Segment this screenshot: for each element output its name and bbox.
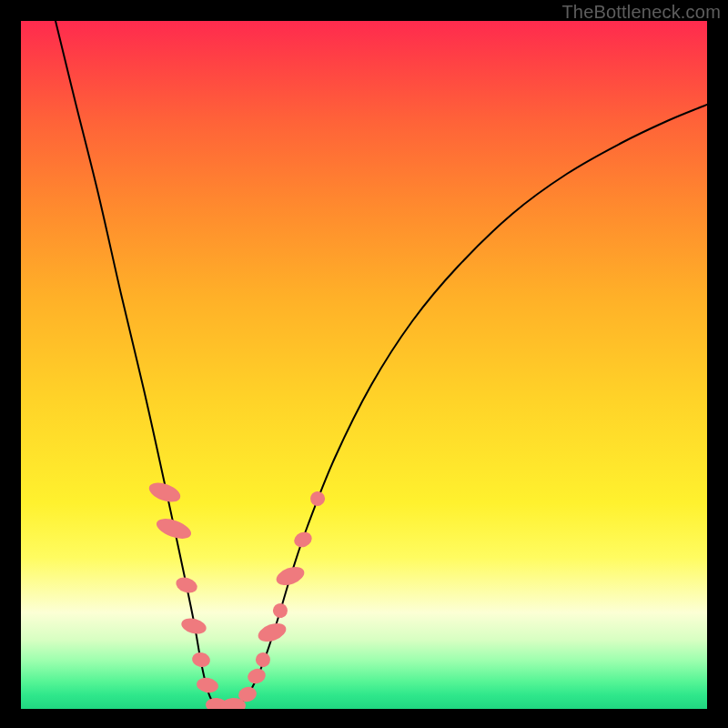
marker-point — [274, 563, 307, 589]
marker-point — [179, 616, 207, 637]
markers-right — [219, 489, 327, 709]
marker-point — [154, 515, 194, 543]
curve-right-arm — [223, 105, 707, 707]
marker-point — [196, 676, 219, 694]
marker-point — [308, 489, 327, 508]
chart-svg — [21, 21, 707, 709]
marker-point — [174, 575, 199, 596]
curve-left-arm — [56, 21, 223, 707]
chart-plot-area — [21, 21, 707, 709]
marker-point — [256, 620, 288, 645]
marker-point — [254, 651, 273, 670]
marker-point — [246, 666, 268, 685]
marker-point — [292, 530, 315, 550]
marker-point — [271, 602, 290, 621]
marker-point — [191, 651, 212, 669]
watermark-text: TheBottleneck.com — [561, 2, 721, 23]
